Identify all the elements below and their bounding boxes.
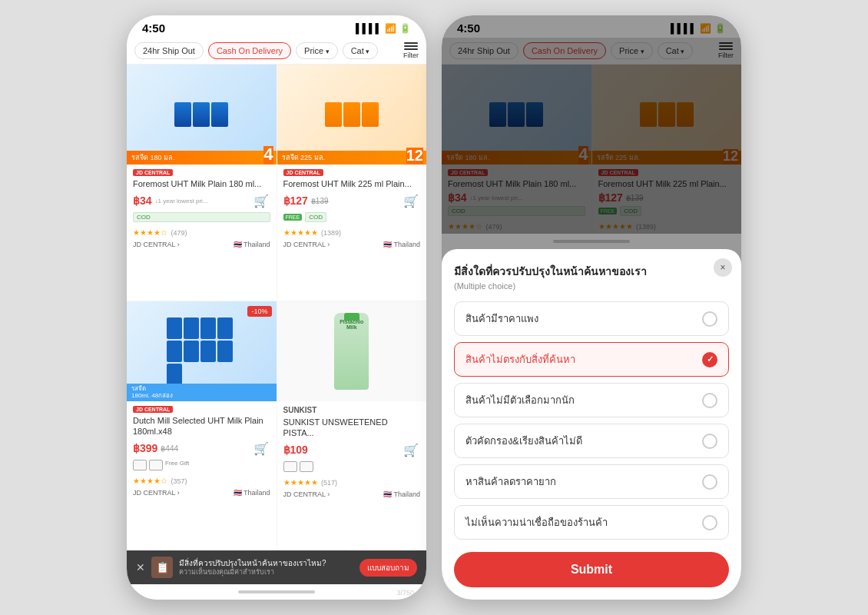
product-meta-2: JD CENTRAL › 🇹🇭 Thailand [283,241,421,248]
left-status-icons: ▌▌▌▌ 📶 🔋 [356,23,411,34]
origin-1: 🇹🇭 Thailand [234,241,270,248]
cod-tag-1: COD [133,212,270,222]
badge-text-1: รสจืด 180 มล. [131,152,175,163]
product-badge-3: รสจืด180ml. 48กล่อง [127,384,277,401]
stars-3: ★★★★☆ [133,477,167,485]
sunkist-brand: SUNKIST [283,406,317,414]
price-row-2: ฿127 ฿139 🛒 [283,191,421,210]
radio-6[interactable] [702,515,717,530]
price-original-3: ฿444 [161,444,178,453]
wifi-icon: 📶 [385,23,396,34]
option-text-4: ตัวคัดกรอง&เรียงสินค้าไม่ดี [465,433,582,449]
gift-box-2 [149,460,163,470]
stars-4: ★★★★★ [283,478,318,487]
milk-image-2 [325,102,379,127]
origin-2: 🇹🇭 Thailand [383,241,420,248]
option-item-5[interactable]: หาสินค้าลดราคายาก [454,464,729,499]
left-status-bar: 4:50 ▌▌▌▌ 📶 🔋 [127,15,426,38]
price-row-3: ฿399 ฿444 🛒 [133,439,270,457]
product-name-4: SUNKIST UNSWEETENED PISTA... [283,417,421,439]
stars-row-2: ★★★★★ (1389) [283,224,421,238]
price-main-3: ฿399 [133,442,157,454]
banner-survey-button[interactable]: แบบสอบถาม [359,559,417,577]
cart-button-2[interactable]: 🛒 [402,191,420,210]
option-item-4[interactable]: ตัวคัดกรอง&เรียงสินค้าไม่ดี [454,424,729,458]
dutch-boxes [167,317,236,385]
chip-cod-left[interactable]: Cash On Delivery [208,42,291,59]
option-item-3[interactable]: สินค้าไม่มีตัวเลือกมากนัก [454,383,729,417]
milk-image-1 [174,102,228,127]
product-name-3: Dutch Mill Selected UHT Milk Plain 180ml… [133,415,270,437]
product-info-4: SUNKIST SUNKIST UNSWEETENED PISTA... ฿10… [277,401,427,550]
free-gift-label: Free Gift [165,460,189,470]
brand-tag-1: JD CENTRAL [133,169,270,176]
cart-button-1[interactable]: 🛒 [252,191,270,210]
banner-icon: 📋 [151,557,173,578]
stars-row-3: ★★★★☆ (357) [133,473,270,487]
radio-1[interactable] [702,311,717,327]
filter-lines-icon [404,42,418,50]
option-text-6: ไม่เห็นความน่าเชื่อถือของร้านค้า [465,514,608,530]
cart-button-3[interactable]: 🛒 [252,439,270,457]
product-card-4[interactable]: SUNKIST SUNKIST UNSWEETENED PISTA... ฿10… [277,301,427,550]
price-row-4: ฿109 🛒 [283,440,421,459]
product-card-1[interactable]: รสจืด 180 มล. 4 JD CENTRAL Foremost UHT … [127,65,277,301]
price-original-2: ฿139 [311,197,329,205]
left-phone: 4:50 ▌▌▌▌ 📶 🔋 24hr Ship Out Cash On Deli… [127,15,426,600]
modal-close-button[interactable]: × [714,258,732,277]
brand-tag-3: JD CENTRAL [133,406,270,413]
chip-price-left[interactable]: Price [296,42,338,59]
option-item-1[interactable]: สินค้ามีราคาแพง [454,301,729,336]
filter-button-left[interactable]: Filter [403,42,419,59]
cod-tag-2: COD [305,212,326,222]
jd-tag-1: JD CENTRAL [133,169,173,176]
product-card-2[interactable]: รสจืด 225 มล. 12 JD CENTRAL Foremost UHT… [277,65,427,301]
stars-row-1: ★★★★☆ (479) [133,224,270,238]
product-info-1: JD CENTRAL Foremost UHT Milk Plain 180 m… [127,165,277,301]
submit-button[interactable]: Submit [454,552,729,587]
product-image-3: -10% รสจืด180ml. 48กล่อง [127,301,277,401]
modal-title: มีสิ่งใดที่ควรปรับปรุงในหน้าค้นหาของเรา [454,264,729,280]
option-list: สินค้ามีราคาแพง สินค้าไม่ตรงกับสิ่งที่ค้… [454,301,729,540]
filter-label-left: Filter [403,52,419,59]
option-item-2[interactable]: สินค้าไม่ตรงกับสิ่งที่ค้นหา [454,342,729,377]
gift-box-1 [133,460,147,470]
product-badge-1: รสจืด 180 มล. 4 [127,151,277,165]
product-card-3[interactable]: -10% รสจืด180ml. 48กล่อง JD CENTRAL Dutc… [127,301,277,550]
product-name-2: Foremost UHT Milk 225 ml Plain... [283,178,421,189]
stars-row-4: ★★★★★ (517) [283,474,421,488]
price-main-4: ฿109 [283,444,308,456]
chip-cat-left[interactable]: Cat [343,42,379,59]
reviews-1: (479) [171,229,187,237]
cart-button-4[interactable]: 🛒 [402,440,420,459]
price-main-2: ฿127 [283,194,308,207]
brand-sub-1: JD CENTRAL › [133,241,180,248]
origin-4: 🇹🇭 Thailand [383,490,420,498]
brand-sub-4: JD CENTRAL › [283,490,330,498]
option-text-2: สินค้าไม่ตรงกับสิ่งที่ค้นหา [465,351,575,367]
radio-4[interactable] [702,434,717,449]
right-phone: 4:50 ▌▌▌▌ 📶 🔋 24hr Ship Out Cash On Deli… [442,15,741,600]
page-indicator: 3/750 [396,589,414,597]
left-product-grid: รสจืด 180 มล. 4 JD CENTRAL Foremost UHT … [127,65,426,550]
modal-overlay: 🐶 × มีสิ่งใดที่ควรปรับปรุงในหน้าค้นหาของ… [442,15,741,600]
brand-tag-2: JD CENTRAL [283,169,421,176]
product-meta-4: JD CENTRAL › 🇹🇭 Thailand [283,490,421,498]
banner-sub: ความเห็นของคุณมีค่าสำหรับเรา [179,568,353,577]
product-info-3: JD CENTRAL Dutch Mill Selected UHT Milk … [127,401,277,550]
radio-3[interactable] [702,393,717,408]
option-item-6[interactable]: ไม่เห็นความน่าเชื่อถือของร้านค้า [454,505,729,540]
product-image-4 [277,301,427,401]
feedback-modal: × มีสิ่งใดที่ควรปรับปรุงในหน้าค้นหาของเร… [442,249,741,600]
radio-2[interactable] [702,352,717,367]
banner-text: มีสิ่งที่ควรปรับปรุงในหน้าค้นหาของเราไหม… [179,558,353,577]
option-text-3: สินค้าไม่มีตัวเลือกมากนัก [465,392,575,408]
banner-close-btn[interactable]: ✕ [136,561,145,573]
cod-row-2: FREE COD [283,212,421,222]
banner-question: มีสิ่งที่ควรปรับปรุงในหน้าค้นหาของเราไหม… [179,558,353,568]
home-bar-left [238,590,315,593]
chip-24hr-left[interactable]: 24hr Ship Out [134,42,204,59]
gift-box-4 [300,461,313,472]
radio-5[interactable] [702,474,717,490]
product-info-2: JD CENTRAL Foremost UHT Milk 225 ml Plai… [277,165,427,301]
